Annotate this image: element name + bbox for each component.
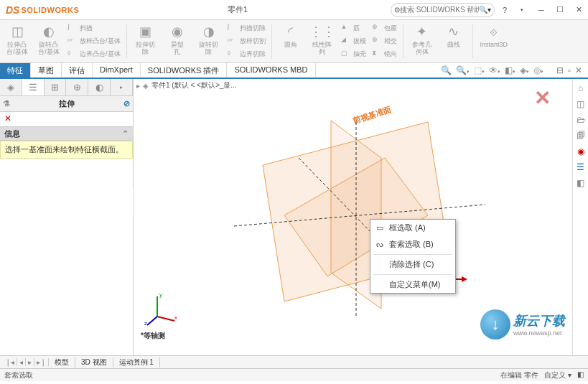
box-select-icon: ▭ bbox=[375, 223, 385, 233]
cmd-fillet[interactable]: ◜ 圆角 bbox=[276, 22, 305, 61]
tab-scroll-last[interactable]: ▸❘ bbox=[34, 358, 49, 366]
watermark: ↓ 新云下载 www.newasp.net bbox=[480, 309, 565, 339]
breadcrumb-expand-icon[interactable]: ▸ bbox=[136, 82, 140, 90]
view-tool-restore[interactable]: ▫ bbox=[568, 65, 571, 75]
cmd-curves[interactable]: ∿ 曲线 bbox=[439, 22, 468, 61]
tab-features[interactable]: 特征 bbox=[0, 63, 31, 78]
view-tool-6[interactable]: ◈▾ bbox=[520, 65, 529, 75]
cmd-loftcut[interactable]: ▱放样切割 bbox=[226, 35, 267, 47]
titlebar: DS SOLIDWORKS 🗋▾ 🗁▾ 🖫▾ 🖶▾ ↶▾ ⬚▾ ↻ 🗐 ⚙▾ 零… bbox=[0, 0, 588, 20]
taskpane-viewpalette-icon[interactable]: 🗐 bbox=[574, 129, 587, 142]
divider bbox=[126, 24, 127, 58]
taskpane-designlib-icon[interactable]: ◫ bbox=[574, 98, 587, 111]
menu-lasso-select[interactable]: ᔓ套索选取 (B) bbox=[370, 236, 455, 253]
tab-dimxpert[interactable]: DimXpert bbox=[93, 63, 141, 78]
panel-cancel[interactable]: ✕ bbox=[0, 112, 133, 126]
extrude-icon: ◫ bbox=[9, 23, 26, 40]
tab-addins[interactable]: SOLIDWORKS 插件 bbox=[141, 63, 228, 78]
context-menu: ▭框选取 (A) ᔓ套索选取 (B) 消除选择 (C) 自定义菜单(M) bbox=[370, 219, 456, 294]
cmd-draft[interactable]: ◢拔模 bbox=[340, 35, 368, 47]
cmd-boundary[interactable]: ◊边界凸台/基体 bbox=[66, 49, 122, 60]
tab-scroll-prev[interactable]: ◂ bbox=[17, 358, 26, 366]
panel-help-icon[interactable]: ⊘ bbox=[123, 99, 130, 108]
sweepcut-icon: ∫ bbox=[228, 23, 238, 33]
cmd-sweepcut[interactable]: ∫扫描切除 bbox=[226, 22, 267, 34]
menu-box-select[interactable]: ▭框选取 (A) bbox=[370, 220, 455, 236]
taskpane-forum-icon[interactable]: ◧ bbox=[574, 177, 587, 189]
cmd-instant3d[interactable]: ⟐ Instant3D bbox=[477, 22, 511, 61]
view-tool-7[interactable]: ◎▾ bbox=[533, 65, 543, 75]
panel-section-info[interactable]: 信息 ⌃ bbox=[0, 126, 133, 141]
panel-header: ⚗ 拉伸 ⊘ bbox=[0, 96, 133, 112]
wrap-icon: ⊕ bbox=[372, 23, 382, 33]
menu-customize[interactable]: 自定义菜单(M) bbox=[370, 276, 455, 293]
cmd-revolve[interactable]: ◐ 旋转凸台/基体 bbox=[34, 22, 63, 61]
pattern-icon: ⋮⋮ bbox=[314, 23, 331, 40]
cmd-rib[interactable]: ▲筋 bbox=[340, 22, 368, 34]
view-tool-close[interactable]: ✕ bbox=[575, 65, 582, 75]
svg-line-11 bbox=[157, 317, 174, 321]
status-message: 套索选取 bbox=[0, 370, 496, 380]
panel-tab-feature[interactable]: ◈ bbox=[0, 79, 22, 95]
refgeom-icon: ✦ bbox=[414, 23, 431, 40]
tab-evaluate[interactable]: 评估 bbox=[62, 63, 93, 78]
cmd-refgeom[interactable]: ✦ 参考几何体 bbox=[408, 22, 437, 61]
filter-icon[interactable]: ⚗ bbox=[3, 99, 10, 108]
search-box[interactable]: ⊙ 🔍▾ bbox=[391, 3, 495, 17]
status-custom[interactable]: 自定义 ▾ bbox=[544, 370, 571, 380]
cmd-holewizard[interactable]: ◉ 异型孔 bbox=[163, 22, 192, 61]
breadcrumb-text[interactable]: 零件1 (默认 < <默认>_显... bbox=[151, 80, 237, 90]
cmd-intersect[interactable]: ⊗相交 bbox=[370, 35, 398, 47]
taskpane-fileexplorer-icon[interactable]: 🗁 bbox=[574, 113, 587, 126]
search-icon[interactable]: 🔍▾ bbox=[479, 6, 491, 14]
logo-ds-icon: DS bbox=[6, 4, 19, 16]
help-button[interactable]: ? bbox=[498, 3, 512, 17]
minimize-button[interactable]: ─ bbox=[532, 2, 551, 18]
view-tool-3[interactable]: ⬚▾ bbox=[474, 65, 485, 75]
task-pane: ⌂ ◫ 🗁 🗐 ◉ ☰ ◧ bbox=[572, 79, 588, 355]
menu-clear-select[interactable]: 消除选择 (C) bbox=[370, 256, 455, 273]
panel-tab-more[interactable]: ▸ bbox=[111, 79, 133, 95]
viewport-close-icon[interactable]: ✕ bbox=[534, 86, 551, 110]
panel-tab-property[interactable]: ☰ bbox=[22, 79, 45, 95]
view-tool-5[interactable]: ◧▾ bbox=[505, 65, 515, 75]
cmd-shell[interactable]: ▢抽壳 bbox=[340, 49, 368, 60]
cmd-extrude[interactable]: ◫ 拉伸凸台/基体 bbox=[3, 22, 32, 61]
view-tool-collapse[interactable]: ⊟ bbox=[556, 65, 564, 75]
panel-tab-config[interactable]: ⊞ bbox=[45, 79, 67, 95]
feature-manager-panel: ◈ ☰ ⊞ ⊕ ◐ ▸ ⚗ 拉伸 ⊘ ✕ 信息 ⌃ 选择一基准面来绘制特征横截面… bbox=[0, 79, 134, 355]
cmd-boundcut[interactable]: ◊边界切除 bbox=[226, 49, 267, 60]
taskpane-home-icon[interactable]: ⌂ bbox=[574, 82, 587, 95]
tab-scroll-first[interactable]: ❘◂ bbox=[3, 358, 17, 366]
panel-tab-dimxpert[interactable]: ⊕ bbox=[66, 79, 88, 95]
help-dropdown[interactable]: ▾ bbox=[515, 3, 529, 17]
view-tool-4[interactable]: 👁▾ bbox=[489, 65, 500, 75]
tab-sketch[interactable]: 草图 bbox=[31, 63, 62, 78]
cmd-revcut[interactable]: ◑ 旋转切除 bbox=[195, 22, 223, 61]
panel-tab-display[interactable]: ◐ bbox=[88, 79, 111, 95]
tab-motion1[interactable]: 运动算例 1 bbox=[113, 357, 160, 367]
cmd-extcut[interactable]: ▣ 拉伸切除 bbox=[131, 22, 160, 61]
cmd-wrap[interactable]: ⊕包覆 bbox=[370, 22, 398, 34]
taskpane-customprops-icon[interactable]: ☰ bbox=[574, 161, 587, 174]
maximize-button[interactable]: ☐ bbox=[551, 2, 569, 18]
ribbon: ◫ 拉伸凸台/基体 ◐ 旋转凸台/基体 ∫扫描 ▱放样凸台/基体 ◊边界凸台/基… bbox=[0, 20, 588, 63]
shell-icon: ▢ bbox=[341, 50, 351, 60]
cmd-pattern[interactable]: ⋮⋮ 线性阵列 bbox=[308, 22, 337, 61]
view-tool-2[interactable]: 🔍▾ bbox=[456, 65, 470, 75]
datum-planes bbox=[205, 100, 507, 345]
tab-mbd[interactable]: SOLIDWORKS MBD bbox=[227, 63, 315, 78]
view-tool-1[interactable]: 🔍 bbox=[441, 65, 452, 75]
close-button[interactable]: ✕ bbox=[569, 2, 588, 18]
orientation-triad[interactable]: y x z bbox=[144, 291, 180, 327]
cmd-loft[interactable]: ▱放样凸台/基体 bbox=[66, 35, 122, 47]
cmd-mirror[interactable]: ⧗镜向 bbox=[370, 49, 398, 60]
cmd-sweep[interactable]: ∫扫描 bbox=[66, 22, 122, 34]
search-input[interactable] bbox=[400, 6, 479, 14]
taskpane-appearances-icon[interactable]: ◉ bbox=[574, 145, 587, 158]
tab-model[interactable]: 模型 bbox=[49, 357, 75, 367]
tab-3dview[interactable]: 3D 视图 bbox=[75, 357, 113, 367]
status-unit-icon[interactable]: ◧ bbox=[577, 370, 584, 380]
graphics-viewport[interactable]: ▸ ◈ 零件1 (默认 < <默认>_显... ✕ 前视基准面 ▭框选取 (A)… bbox=[134, 79, 572, 355]
tab-scroll-next[interactable]: ▸ bbox=[26, 358, 34, 366]
